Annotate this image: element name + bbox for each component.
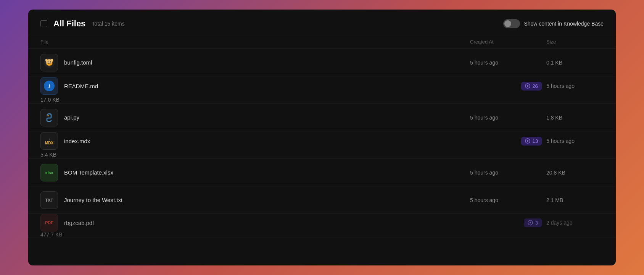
col-file: File [40,39,470,45]
file-cell: PDF rbgzcab.pdf [40,214,470,231]
toggle-text: Show content in Knowledge Base [524,21,604,27]
svg-point-15 [530,222,531,223]
toggle-thumb [504,20,511,27]
file-name: index.mdx [64,138,90,144]
table-row[interactable]: xlsx BOM Template.xlsx 5 hours ago 20.8 … [28,159,616,186]
txt-label: TXT [45,198,53,202]
file-size: 0.1 KB [546,60,604,66]
svg-point-11 [48,115,49,116]
file-cell: api.py [40,109,470,126]
table-row[interactable]: ↓ MDX index.mdx 13 5 hours ago 5.4 KB [28,131,616,159]
chunk-badge: 26 [521,82,542,91]
file-cell: TXT Journey to the West.txt [40,191,470,209]
chunk-badge: 13 [521,137,542,146]
svg-point-4 [48,61,49,62]
python-icon [43,112,55,123]
table-row[interactable]: PDF rbgzcab.pdf 3 2 days ago 477.7 KB [28,214,616,238]
file-size: 2.1 MB [546,197,604,203]
file-cell: i README.md [40,77,470,95]
show-content-toggle-label[interactable]: Show content in Knowledge Base [503,19,604,28]
bun-icon [43,57,55,69]
col-size: Size [546,39,604,45]
file-cell: ↓ MDX index.mdx [40,132,470,150]
modal-header: All Files Total 15 items Show content in… [28,10,616,35]
file-icon-pdf: PDF [40,214,58,231]
file-icon-txt: TXT [40,191,58,209]
badge-count: 13 [533,138,538,144]
created-at: 2 days ago [546,220,604,226]
file-icon-toml [40,54,58,71]
toggle-track[interactable] [503,19,520,28]
badge-cell: 3 [470,218,546,227]
file-size: 477.7 KB [40,231,470,238]
file-size: 17.0 KB [40,97,470,103]
file-icon-md: i [40,77,58,95]
file-name: rbgzcab.pdf [64,220,94,226]
table-header: File Created At Size [28,35,616,49]
file-name: Journey to the West.txt [64,197,122,203]
col-created-at: Created At [470,39,546,45]
file-cell: xlsx BOM Template.xlsx [40,164,470,181]
chunk-badge: 3 [524,218,542,227]
table-row[interactable]: api.py 5 hours ago 1.8 KB [28,104,616,131]
created-at: 5 hours ago [470,170,546,176]
badge-icon [528,220,533,225]
svg-point-13 [527,140,528,142]
modal-title: All Files [53,19,85,29]
mdx-label: ↓ MDX [45,137,53,145]
file-name: README.md [64,83,98,89]
created-at: 5 hours ago [470,115,546,121]
file-icon-xlsx: xlsx [40,164,58,181]
file-name: BOM Template.xlsx [64,169,113,176]
file-icon-py [40,109,58,126]
select-all-checkbox[interactable] [40,20,47,27]
table-row[interactable]: bunfig.toml 5 hours ago 0.1 KB [28,49,616,76]
file-name: api.py [64,114,79,121]
created-at: 5 hours ago [546,138,604,144]
badge-icon [525,138,530,144]
file-cell: bunfig.toml [40,54,470,71]
table-row[interactable]: TXT Journey to the West.txt 5 hours ago … [28,186,616,214]
svg-point-9 [527,85,528,87]
badge-cell: 13 [470,137,546,146]
total-items-label: Total 15 items [92,21,124,27]
table-body: bunfig.toml 5 hours ago 0.1 KB i README.… [28,49,616,265]
file-size: 20.8 KB [546,170,604,176]
file-size: 5.4 KB [40,152,470,158]
header-controls: Show content in Knowledge Base [503,19,604,28]
xlsx-label: xlsx [45,170,53,175]
created-at: 5 hours ago [470,60,546,66]
badge-count: 3 [535,220,538,226]
table-row[interactable]: i README.md 26 5 hours ago 17.0 KB [28,76,616,104]
badge-count: 26 [533,83,538,89]
badge-cell: 26 [470,82,546,91]
file-icon-mdx: ↓ MDX [40,132,58,150]
pdf-label: PDF [45,220,53,225]
badge-icon [525,83,530,89]
created-at: 5 hours ago [546,83,604,89]
all-files-modal: All Files Total 15 items Show content in… [28,10,616,265]
file-size: 1.8 KB [546,115,604,121]
file-name: bunfig.toml [64,59,92,66]
created-at: 5 hours ago [470,197,546,203]
info-icon: i [44,81,55,91]
svg-point-5 [50,61,51,62]
